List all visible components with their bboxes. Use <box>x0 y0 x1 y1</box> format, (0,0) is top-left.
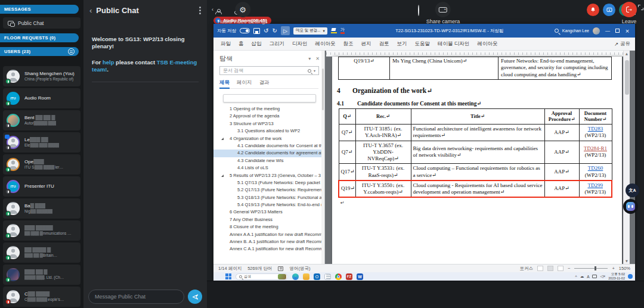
outline-item[interactable]: Annex C A.1 justification for new draft … <box>213 245 324 253</box>
td-document-link[interactable]: TD299 <box>588 182 603 188</box>
tab-pages[interactable]: 페이지 <box>237 79 252 86</box>
outline-item[interactable]: 6 General WP2/13 Matters <box>213 209 324 216</box>
language-indicator[interactable]: 영어(영국) <box>289 266 310 272</box>
td-document-link[interactable]: TD283 <box>588 126 603 132</box>
search-dropdown-icon[interactable]: ▾ <box>314 69 315 73</box>
tray-chevron-icon[interactable]: ^ <box>575 275 577 279</box>
outline-item[interactable]: 5.2 Q17/13 (Future Networks: Requirement… <box>213 186 324 194</box>
ribbon-tab[interactable]: 참조 <box>343 41 354 48</box>
ribbon-tab[interactable]: 편지 <box>361 41 371 48</box>
td-document-link[interactable]: TD260 <box>588 165 603 171</box>
undo-icon[interactable]: ↺ <box>264 28 268 34</box>
document-scrollbar[interactable]: ▲ ▼ <box>623 51 630 264</box>
user-list-item[interactable]: Bent ██ ██ █ Autor█████ ███ <box>3 110 80 130</box>
outline-item[interactable]: 8 Closure of the meeting <box>213 223 324 231</box>
document-page[interactable]: (China Mobile) as Associate Rapporteur↵ … <box>332 57 622 264</box>
onedrive-icon[interactable]: ☁ <box>580 274 584 279</box>
audio-video-settings-control[interactable]: ⚙ Audio/Video Settings <box>218 2 267 24</box>
ribbon-tab[interactable]: 도움말 <box>415 41 431 48</box>
search-icon[interactable] <box>555 29 559 33</box>
notification-badge[interactable] <box>628 274 633 279</box>
tab-results[interactable]: 결과 <box>259 79 270 86</box>
outlook-icon[interactable]: O <box>314 273 320 280</box>
zoom-out-icon[interactable]: − <box>568 266 570 271</box>
outline-item[interactable]: 4.3 Candidate new WIs <box>213 157 324 164</box>
nav-scrollbar[interactable] <box>321 51 324 264</box>
ai-assistant-button[interactable] <box>623 199 638 214</box>
record-button[interactable] <box>418 5 419 16</box>
minimize-button[interactable]: — <box>603 28 612 34</box>
font-color-icon[interactable]: 가 <box>340 27 345 34</box>
read-mode-button[interactable] <box>537 266 543 271</box>
scrollbar-thumb[interactable] <box>625 60 629 95</box>
account-avatar[interactable] <box>593 27 600 35</box>
volume-icon[interactable]: ◁× <box>600 274 605 279</box>
redo-icon[interactable]: ↻ <box>272 28 277 34</box>
nav-dropdown-icon[interactable]: ▾ <box>308 56 311 61</box>
zoom-level[interactable]: 150% <box>619 266 630 271</box>
fullscreen-icon[interactable] <box>638 5 643 10</box>
word-icon[interactable]: W <box>357 273 363 280</box>
collapse-chevron-icon[interactable]: ‹ <box>212 7 213 13</box>
outline-selected-title-box[interactable] <box>223 94 316 102</box>
ribbon-tab[interactable]: 검토 <box>379 41 389 48</box>
scroll-down-icon[interactable]: ▼ <box>626 259 628 263</box>
ribbon-tab[interactable]: 레이아웃 <box>315 41 336 48</box>
user-list-item[interactable]: Ba█ ███ Nig██ ██████ <box>3 198 80 219</box>
file-explorer-icon[interactable] <box>303 273 309 280</box>
ribbon-tab[interactable]: 삽입 <box>252 41 262 48</box>
user-list-item[interactable]: ITU Presenter ITU <box>3 176 80 197</box>
send-message-button[interactable] <box>188 290 202 304</box>
ribbon-tab[interactable]: 홈 <box>239 41 244 48</box>
document-search-input[interactable] <box>223 68 305 73</box>
proofing-icon[interactable] <box>278 266 283 271</box>
outline-item[interactable]: 4 Organization of the work <box>213 135 324 142</box>
nav-close-icon[interactable]: ✕ <box>315 56 320 61</box>
outline-item[interactable]: 3.1 Questions allocated to WP2 <box>213 127 324 135</box>
scroll-up-icon[interactable]: ▲ <box>626 52 628 55</box>
screen-share-button[interactable] <box>603 4 615 16</box>
outline-item[interactable]: Annex B. A.1 justification for new draft… <box>213 238 324 245</box>
help-link[interactable]: help <box>103 59 114 66</box>
chat-message-input[interactable] <box>88 290 184 304</box>
outline-item[interactable]: 4.1 Candidate documents for Consent at t… <box>213 142 324 150</box>
outline-item[interactable]: 5.3 Q18/13 (Future Networks: Functional … <box>213 194 324 201</box>
outline-item[interactable]: 4.2 Candidate documents for agreement at… <box>213 150 324 157</box>
ime-indicator[interactable]: A <box>587 275 589 279</box>
highlighter-icon[interactable] <box>331 28 337 33</box>
notes-app-icon[interactable] <box>324 273 331 280</box>
zoom-slider[interactable] <box>574 268 608 269</box>
outline-item[interactable]: 5.4 Q19/13 (Future Networks: End-to-end … <box>213 201 324 209</box>
outline-item[interactable]: 7 Any Other Business <box>213 216 324 223</box>
tab-headings[interactable]: 제목 <box>219 79 230 89</box>
leave-control[interactable]: → Leave <box>621 2 637 24</box>
ribbon-tab[interactable]: 보기 <box>397 41 407 48</box>
translate-button[interactable]: 文A <box>626 183 639 197</box>
outline-item[interactable]: 1 Opening of the meeting <box>213 105 324 113</box>
chat-options-icon[interactable] <box>199 5 201 15</box>
autosave-toggle[interactable] <box>240 28 250 33</box>
taskbar-search[interactable]: 검색 <box>236 273 288 280</box>
read-aloud-button[interactable]: ▷ <box>281 26 290 35</box>
outline-item[interactable]: Annex A A.1 justification for new draft … <box>213 231 324 238</box>
display-icon[interactable] <box>592 275 597 278</box>
reviewing-dropdown[interactable]: 메모 및 변경...▾ <box>293 27 327 35</box>
chrome-icon[interactable] <box>335 273 342 280</box>
user-list-item[interactable]: C██ ████ C███ ████ eople's… <box>3 287 80 307</box>
word-count[interactable]: 5269개 단어 <box>247 266 272 272</box>
user-list-item[interactable]: Ope███ ITU S███ ████ ler… <box>3 154 80 175</box>
edge-icon[interactable] <box>292 273 299 280</box>
back-chevron-icon[interactable]: ‹ <box>89 6 92 15</box>
user-list-item[interactable]: ███ ██ █ ████ ███. Ltd. (Ch… <box>3 265 80 285</box>
outline-item[interactable]: 5 Results of WP2/13 23 (Geneva, October … <box>213 172 324 179</box>
notifications-button[interactable] <box>587 4 599 16</box>
print-layout-button[interactable] <box>547 266 553 271</box>
start-button[interactable] <box>225 273 231 279</box>
outline-item[interactable]: 4.4 Lists of oLS <box>213 164 324 172</box>
restore-button[interactable] <box>615 29 620 33</box>
outline-item[interactable]: 3 Structure of WP2/13 <box>213 120 324 127</box>
taskbar-clock[interactable]: 오후 5:02 2023-11-02 <box>608 272 625 280</box>
page-indicator[interactable]: 1/14 페이지 <box>218 266 242 272</box>
share-camera-control[interactable]: Share camera <box>426 2 460 24</box>
td-document-link[interactable]: TD284-R1 <box>584 145 607 151</box>
